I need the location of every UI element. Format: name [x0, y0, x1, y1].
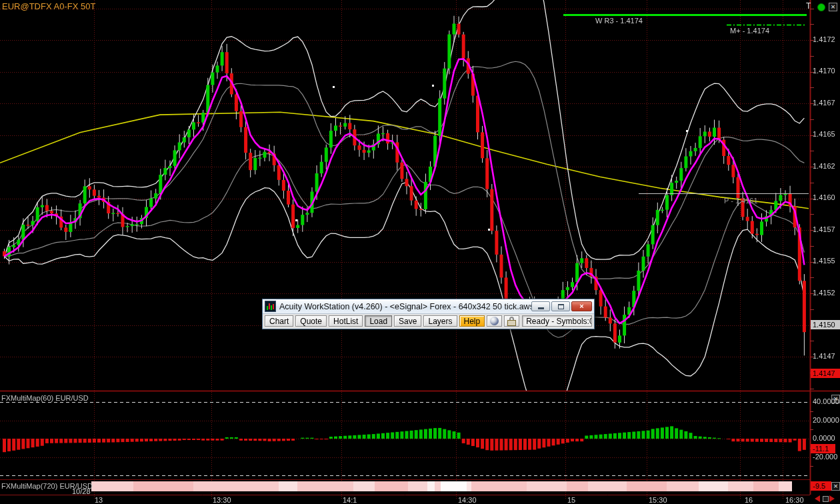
price-label: 1.4155	[813, 257, 835, 265]
toolbar-button-help[interactable]: Help	[459, 315, 485, 327]
date-label: 10/28	[72, 487, 91, 495]
scroll-right-icon[interactable]	[829, 495, 835, 502]
window-toolbar: ChartQuoteHotListLoadSaveLayersHelp Read…	[263, 314, 594, 329]
chart-close-icon[interactable]: ×	[829, 3, 837, 11]
toolbar-button-load[interactable]: Load	[365, 315, 392, 327]
toolbar-button-hotlist[interactable]: HotList	[329, 315, 363, 327]
status-dot-icon[interactable]	[817, 3, 825, 11]
toolbar-buttons: ChartQuoteHotListLoadSaveLayersHelp	[265, 315, 485, 327]
toolbar-button-chart[interactable]: Chart	[265, 315, 293, 327]
time-label: 16:30	[785, 496, 804, 504]
weekly-r3-level-label: W R3 - 1.4174	[595, 17, 643, 25]
chart-overlay: EUR@TDFX A0-FX 50T T × W R3 - 1.4174 M+ …	[0, 0, 840, 504]
workstation-screen: EUR@TDFX A0-FX 50T T × W R3 - 1.4174 M+ …	[0, 0, 840, 504]
price-label: 1.4165	[813, 130, 835, 138]
price-label: 1.4162	[813, 162, 835, 170]
panel60-title: FXMultiMap(60) EUR/USD	[1, 394, 89, 402]
scroll-stop-icon[interactable]	[823, 496, 829, 502]
close-button[interactable]: ×	[571, 301, 592, 311]
toolbar-button-quote[interactable]: Quote	[295, 315, 327, 327]
price-label: 1.4167	[813, 99, 835, 107]
time-label: 14:1	[343, 496, 357, 504]
minimize-button[interactable]	[531, 301, 550, 311]
acuity-workstation-window[interactable]: Acuity WorkStation (v4.260) - <eSignal> …	[262, 299, 595, 329]
time-label: 13:30	[213, 496, 231, 504]
sync-button[interactable]	[487, 315, 502, 327]
indicator-scale-label: -20.000	[813, 453, 837, 461]
indicator-value-badge: -11.1	[811, 444, 835, 453]
monthly-pivot-level-label: M+ - 1.4174	[730, 27, 769, 35]
price-label: 1.4172	[813, 35, 835, 43]
time-label: 13	[95, 496, 103, 504]
price-label: 1.4147	[813, 352, 835, 360]
restore-button[interactable]	[551, 301, 570, 311]
price-gray-badge: 1.4150	[811, 320, 840, 329]
toolbar-button-layers[interactable]: Layers	[423, 315, 457, 327]
price-label: 1.4152	[813, 289, 835, 297]
pivot-level-label: P - 1.4161	[724, 197, 758, 205]
window-title-bar[interactable]: Acuity WorkStation (v4.260) - <eSignal> …	[263, 299, 594, 314]
indicator-scale-label: 40.0000	[813, 397, 839, 405]
price-red-badge: 1.4147	[811, 369, 840, 378]
time-label: 14:30	[458, 496, 477, 504]
sync-icon	[490, 317, 499, 325]
time-label: 15	[567, 496, 575, 504]
time-label: 15:30	[649, 496, 667, 504]
indicator-scale-label: 20.0000	[813, 416, 839, 424]
scroll-left-icon[interactable]	[815, 495, 820, 502]
status-field: Ready - Symbols:013/1000	[522, 315, 592, 327]
toolbar-button-save[interactable]: Save	[394, 315, 421, 327]
price-label: 1.4157	[813, 225, 835, 233]
panel720-close-icon[interactable]: ×	[831, 482, 840, 491]
chart-symbol-title: EUR@TDFX A0-FX 50T	[2, 1, 95, 11]
indicator-scale-label: 0.0000	[813, 434, 835, 442]
window-title: Acuity WorkStation (v4.260) - <eSignal> …	[279, 302, 531, 311]
time-label: 16	[745, 496, 753, 504]
price-label: 1.4170	[813, 67, 835, 75]
panel720-value-badge: -9.5	[811, 481, 831, 491]
acuity-logo-icon	[265, 301, 276, 312]
lock-button[interactable]	[504, 315, 519, 327]
lock-icon	[507, 317, 516, 326]
price-label: 1.4160	[813, 193, 835, 201]
tick-chart-marker-icon[interactable]: T	[806, 1, 811, 11]
